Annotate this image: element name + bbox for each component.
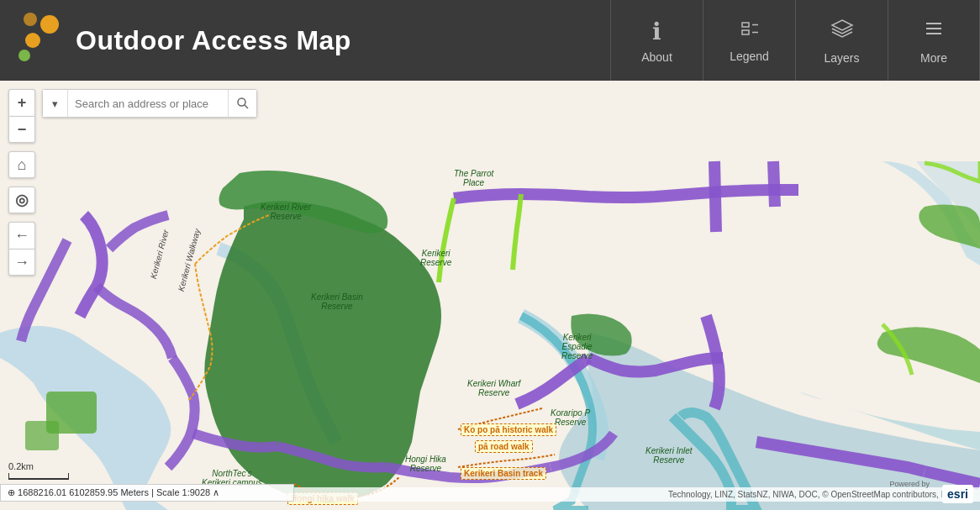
map-container[interactable]: Kerikeri RiverReserve KerikeriReserve Ke… [0,81,980,510]
search-submit-button[interactable] [228,90,256,117]
search-dropdown-button[interactable]: ▾ [43,90,68,117]
about-icon: ℹ [652,18,661,45]
svg-marker-4 [832,20,852,30]
locate-button[interactable]: ◎ [8,187,35,213]
nav-more[interactable]: More [888,0,980,81]
search-input[interactable] [68,90,228,117]
logo-dot-2 [25,33,40,48]
map-controls: + − ⌂ ◎ ← → [8,89,35,276]
nav-history-controls: ← → [8,222,35,276]
coordinates-bar[interactable]: ⊕ 1688216.01 6102859.95 Meters | Scale 1… [0,484,294,502]
svg-rect-11 [25,421,59,450]
scale-tick-right [68,473,69,480]
legend-label: Legend [730,50,769,63]
layers-label: Layers [824,51,859,65]
home-button[interactable]: ⌂ [8,151,35,178]
zoom-in-button[interactable]: + [8,89,35,116]
layers-icon [830,17,854,46]
attribution-text: Technology, LINZ, StatsNZ, NIWA, DOC, © … [668,490,973,499]
search-bar: ▾ [42,89,257,118]
app-title: Outdoor Access Map [76,25,351,56]
svg-line-13 [245,105,248,108]
logo-dot-1 [40,15,59,34]
zoom-controls: + − [8,89,35,143]
logo [17,11,63,70]
map-svg [0,81,980,510]
legend-icon [738,18,761,45]
scale-label: 0.2km [8,461,34,471]
esri-text: esri [947,487,968,501]
more-label: More [920,51,947,65]
attribution-bar: Technology, LINZ, StatsNZ, NIWA, DOC, © … [294,487,980,502]
coordinates-value: ⊕ 1688216.01 6102859.95 Meters | Scale 1… [8,487,219,498]
more-icon [922,17,946,46]
logo-area: Outdoor Access Map [0,11,368,70]
nav-layers[interactable]: Layers [795,0,888,81]
svg-rect-2 [742,30,749,34]
zoom-out-button[interactable]: − [8,116,35,143]
about-label: About [641,50,672,64]
nav-bar: ℹ About Legend Layers [610,0,980,81]
header: Outdoor Access Map ℹ About Legend [0,0,980,81]
svg-rect-0 [742,23,749,27]
esri-logo: esri [942,485,973,503]
logo-dot-3 [18,50,30,61]
powered-by-label: Powered by [889,480,930,488]
svg-point-12 [238,98,245,106]
nav-legend[interactable]: Legend [703,0,795,81]
forward-button[interactable]: → [8,249,35,276]
back-button[interactable]: ← [8,222,35,249]
scale-bar: 0.2km [8,461,69,480]
nav-about[interactable]: ℹ About [610,0,703,81]
scale-graphic [8,473,69,480]
logo-dot-4 [24,13,37,26]
scale-line [9,478,68,480]
